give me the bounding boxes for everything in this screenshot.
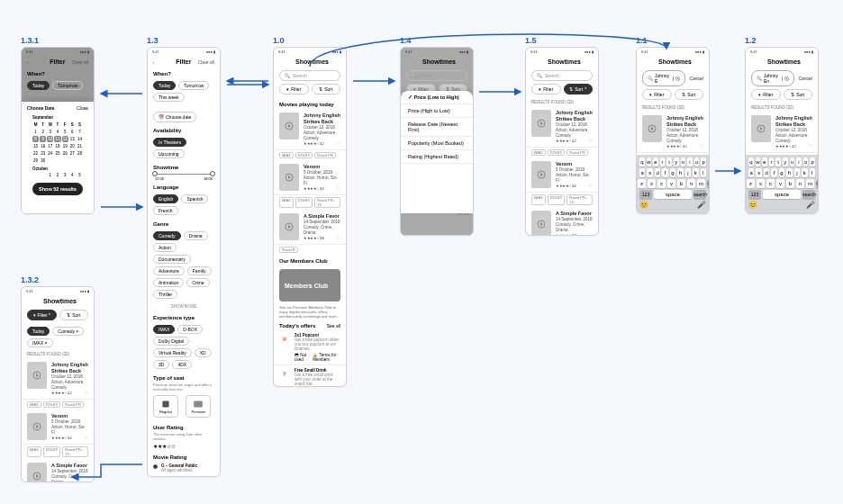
sort-price-low[interactable]: ✓ Price (Low to High) [401, 91, 473, 104]
svg-rect-1 [195, 400, 204, 407]
sort-popularity[interactable]: Popularity (Most Booked) [401, 137, 473, 150]
status-time: 9:41 [26, 50, 33, 54]
poster-icon [531, 110, 551, 137]
poster-icon [279, 164, 299, 191]
movie-row[interactable]: Johnny English Strikes Back October 12, … [746, 112, 818, 153]
poster-icon [751, 115, 771, 142]
favorite-icon[interactable]: ♡ [588, 231, 593, 236]
screen-11-search: 9:41●●● ▮ Showtimes 🔍 Johnny E|ⓧ Cancel … [636, 47, 710, 214]
screen-14-sort: 9:41●●● ▮ Showtimes 🔍 Search ▾ Filter ⇅ … [400, 47, 474, 236]
popcorn-icon: 🍿 [279, 333, 290, 344]
movie-row[interactable]: A Simple Favor 14 September, 2018 Comedy… [274, 210, 346, 245]
flow-label: 1.3 [147, 36, 159, 45]
sort-release[interactable]: Release Date (Newest First) [401, 118, 473, 137]
back-button[interactable]: ‹ [153, 59, 169, 65]
movie-row[interactable]: Venom 5 October, 2018 Action, Horror, Sc… [22, 410, 94, 445]
movie-row[interactable]: A Simple Favor 14 September, 2018 Comedy… [22, 459, 94, 482]
poster-icon [531, 161, 551, 188]
movie-row[interactable]: Venom 5 October, 2018 Action, Horror, Sc… [274, 160, 346, 195]
choose-date-button[interactable]: 📅 Choose date [153, 112, 196, 122]
favorite-icon[interactable]: ♡ [588, 182, 593, 188]
filter-active-button[interactable]: ▾ Filter * [27, 310, 57, 320]
screen-15-sorted: 9:41●●● ▮ Showtimes 🔍 Search ▾ Filter ⇅ … [525, 47, 599, 236]
flow-label: 1.1 [636, 36, 648, 45]
movie-row[interactable]: Johnny English Strikes Back October 12, … [274, 109, 346, 150]
poster-icon [531, 211, 551, 236]
clear-all-button[interactable]: Clear all [72, 59, 88, 65]
favorite-icon[interactable]: ♡ [336, 234, 340, 240]
keyboard[interactable]: qwertyuiop asdfghjkl ⇧zxcvbnm⌫ 123spaces… [746, 155, 818, 213]
search-input[interactable]: 🔍 Johnny En|ⓧ [751, 70, 794, 86]
chip-upcoming[interactable]: Upcoming [153, 149, 185, 158]
members-card[interactable]: Members Club [279, 269, 340, 302]
movie-row[interactable]: Venom 5 October, 2018 Action, Horror, Sc… [526, 158, 598, 193]
chip-intheaters[interactable]: In Theaters [153, 138, 186, 147]
drink-icon: 🥤 [279, 368, 290, 379]
poster-icon [279, 112, 299, 140]
show-more-button[interactable]: SHOW MORE [148, 302, 220, 311]
favorite-icon[interactable]: ♡ [84, 434, 88, 440]
search-input[interactable]: 🔍 Search [279, 70, 340, 81]
movie-row[interactable]: A Simple Favor 14 September, 2018 Comedy… [526, 207, 598, 236]
movie-row[interactable]: Johnny English Strikes Back October 12, … [637, 112, 709, 153]
see-all-link[interactable]: See all [327, 323, 340, 328]
show-results-button[interactable]: Show 52 results [32, 183, 83, 195]
favorite-icon[interactable]: ♡ [699, 142, 703, 148]
search-input[interactable]: 🔍 Johnny E|ⓧ [642, 70, 685, 86]
favorite-icon[interactable]: ♡ [588, 137, 593, 143]
keyboard[interactable]: qwertyuiop asdfghjkl ⇧zxcvbnm⌫ 123spaces… [637, 155, 709, 213]
chip-thisweek[interactable]: This week [153, 93, 185, 102]
favorite-icon[interactable]: ♡ [336, 184, 340, 191]
search-input[interactable]: 🔍 Search [406, 70, 467, 81]
seat-regular[interactable]: Regular [153, 395, 178, 418]
page-title: Filter [50, 58, 65, 65]
showtime-slider[interactable] [155, 174, 213, 175]
sort-price-high[interactable]: Price (High to Low) [401, 104, 473, 118]
poster-icon [642, 115, 662, 142]
poster-icon [27, 362, 47, 389]
page-title: Showtimes [295, 58, 329, 65]
when-tomorrow-chip[interactable]: Tomorrow [52, 81, 83, 90]
screen-131-filter-date: 9:41●●● ▮ ‹ Filter Clear all When? Today… [21, 47, 95, 214]
favorite-icon[interactable]: ♡ [336, 140, 340, 146]
flow-label: 1.3.1 [21, 36, 39, 45]
poster-icon [27, 413, 47, 440]
favorite-icon[interactable]: ♡ [84, 389, 88, 395]
flow-label: 1.5 [525, 36, 537, 45]
svg-rect-0 [162, 400, 168, 407]
chip-today[interactable]: Today [153, 81, 176, 90]
cancel-button[interactable]: Cancel [798, 76, 812, 81]
sort-button[interactable]: ⇅ Sort [312, 84, 341, 94]
filter-button[interactable]: ▾ Filter [279, 84, 309, 94]
screen-132-filtered: 9:41●●● ▮ Showtimes ▾ Filter * ⇅ Sort To… [21, 286, 95, 482]
page-title: Filter [176, 58, 191, 65]
back-button[interactable]: ‹ [27, 59, 43, 65]
seat-premium[interactable]: Premium [186, 395, 211, 418]
flow-label: 1.2 [745, 36, 757, 45]
sort-active-button[interactable]: ⇅ Sort * [564, 84, 594, 94]
poster-icon [27, 463, 47, 482]
screen-10-showtimes: 9:41●●● ▮ Showtimes 🔍 Search ▾ Filter ⇅ … [273, 47, 347, 387]
favorite-icon[interactable]: ♡ [808, 142, 812, 148]
search-input[interactable]: 🔍 Search [531, 70, 593, 81]
user-rating-stars[interactable]: ★★★☆☆ [148, 441, 220, 451]
screen-12-search-results: 9:41●●● ▮ Showtimes 🔍 Johnny En|ⓧ Cancel… [745, 47, 819, 214]
when-today-chip[interactable]: Today [27, 81, 50, 90]
poster-icon [279, 213, 299, 240]
flow-label: 1.0 [273, 36, 285, 45]
screen-13-filter: 9:41●●● ▮ ‹ Filter Clear all When? Today… [147, 47, 221, 477]
movie-row[interactable]: Johnny English Strikes Back October 12, … [22, 358, 94, 400]
movie-row[interactable]: Johnny English Strikes Back October 12, … [526, 106, 598, 148]
close-button[interactable]: Close [77, 105, 88, 111]
flow-label: 1.4 [400, 36, 412, 45]
clear-all-button[interactable]: Clear all [198, 59, 214, 65]
cancel-button[interactable]: Cancel [689, 76, 703, 81]
flow-label: 1.3.2 [21, 275, 39, 284]
sort-rating[interactable]: Rating (Highest Rated) [401, 150, 473, 164]
sheet-title: Choose Date [27, 105, 55, 111]
chip-tomorrow[interactable]: Tomorrow [178, 81, 209, 90]
